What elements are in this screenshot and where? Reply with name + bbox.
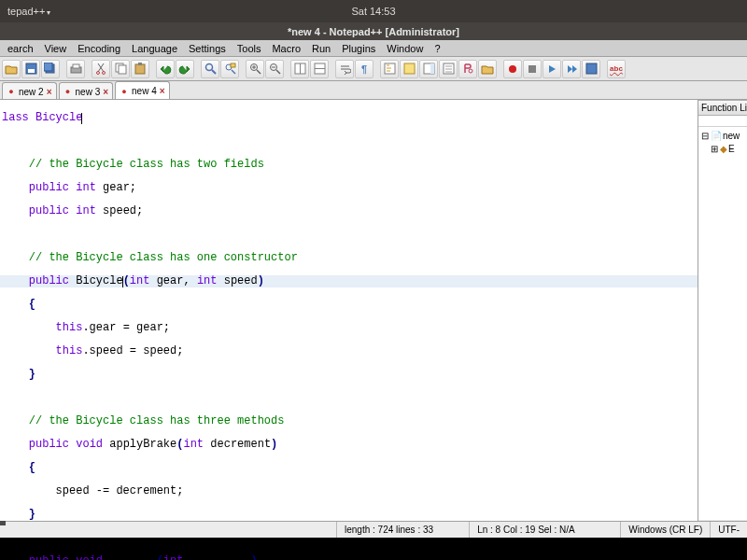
dirty-icon: ● bbox=[63, 87, 73, 96]
clock[interactable]: Sat 14:53 bbox=[251, 6, 495, 17]
menu-settings[interactable]: Settings bbox=[183, 41, 232, 56]
menu-tools[interactable]: Tools bbox=[232, 41, 267, 56]
svg-rect-5 bbox=[73, 64, 79, 68]
svg-point-29 bbox=[469, 69, 472, 73]
menu-search[interactable]: earch bbox=[2, 41, 39, 56]
svg-line-17 bbox=[257, 70, 261, 74]
paste-button[interactable] bbox=[131, 60, 149, 78]
lang-button[interactable] bbox=[400, 60, 418, 78]
menu-help[interactable]: ? bbox=[429, 41, 445, 56]
wrap-button[interactable] bbox=[335, 60, 354, 78]
menu-language[interactable]: Language bbox=[126, 41, 183, 56]
file-icon: 📄 bbox=[711, 131, 722, 141]
record-button[interactable] bbox=[503, 60, 522, 78]
menu-plugins[interactable]: Plugins bbox=[336, 41, 381, 56]
copy-button[interactable] bbox=[111, 60, 130, 78]
plus-icon: ⊞ bbox=[710, 144, 719, 154]
function-tree[interactable]: ⊟📄new ⊞◆E bbox=[698, 127, 747, 520]
status-enc[interactable]: UTF- bbox=[710, 522, 747, 538]
replace-button[interactable] bbox=[220, 60, 239, 78]
tree-child[interactable]: ⊞◆E bbox=[700, 142, 745, 155]
play-button[interactable] bbox=[543, 60, 561, 78]
tree-root[interactable]: ⊟📄new bbox=[700, 129, 745, 142]
svg-rect-9 bbox=[119, 65, 126, 74]
tool-bar: ¶ abc bbox=[0, 57, 747, 81]
class-icon: ◆ bbox=[720, 144, 727, 154]
panel-header[interactable]: Function List bbox=[698, 100, 747, 116]
zoom-in-button[interactable] bbox=[246, 60, 264, 78]
redo-button[interactable] bbox=[176, 60, 194, 78]
menu-bar: earch View Encoding Language Settings To… bbox=[0, 40, 747, 57]
save-all-button[interactable] bbox=[41, 60, 60, 78]
show-all-button[interactable]: ¶ bbox=[355, 60, 374, 78]
find-button[interactable] bbox=[201, 60, 219, 78]
svg-point-6 bbox=[97, 72, 100, 75]
svg-rect-10 bbox=[135, 64, 145, 74]
panel-search[interactable] bbox=[698, 116, 747, 127]
cut-button[interactable] bbox=[92, 60, 110, 78]
spellcheck-button[interactable]: abc bbox=[607, 60, 626, 78]
menu-window[interactable]: Window bbox=[381, 41, 429, 56]
svg-rect-25 bbox=[404, 63, 415, 74]
svg-rect-15 bbox=[231, 63, 235, 67]
menu-run[interactable]: Run bbox=[306, 41, 336, 56]
svg-line-13 bbox=[212, 70, 216, 74]
svg-line-19 bbox=[276, 70, 280, 74]
dirty-icon: ● bbox=[120, 87, 129, 96]
tab-bar: ●new 2× ●new 3× ●new 4× bbox=[0, 81, 747, 100]
svg-rect-31 bbox=[529, 65, 536, 73]
chevron-down-icon: ▾ bbox=[47, 8, 50, 17]
indent-guide-button[interactable] bbox=[380, 60, 399, 78]
sync-v-button[interactable] bbox=[290, 60, 309, 78]
editor[interactable]: lass Bicycle // the Bicycle class has tw… bbox=[0, 100, 698, 521]
print-button[interactable] bbox=[66, 60, 85, 78]
window-title: *new 4 - Notepad++ [Administrator] bbox=[288, 26, 459, 37]
save-macro-button[interactable] bbox=[582, 60, 600, 78]
open-button[interactable] bbox=[2, 60, 21, 78]
svg-rect-27 bbox=[430, 63, 434, 74]
tab-new-4[interactable]: ●new 4× bbox=[115, 81, 170, 99]
sync-h-button[interactable] bbox=[310, 60, 329, 78]
svg-rect-1 bbox=[28, 69, 35, 73]
status-bar: length : 724 lines : 33 Ln : 8 Col : 19 … bbox=[0, 521, 747, 538]
app-menu[interactable]: tepad++▾ bbox=[7, 6, 50, 17]
zoom-out-button[interactable] bbox=[265, 60, 284, 78]
svg-point-7 bbox=[103, 72, 106, 75]
minus-icon: ⊟ bbox=[700, 131, 710, 141]
status-eol[interactable]: Windows (CR LF) bbox=[620, 522, 710, 538]
doc-list-button[interactable] bbox=[439, 60, 458, 78]
tab-new-3[interactable]: ●new 3× bbox=[59, 82, 114, 99]
svg-rect-11 bbox=[138, 63, 142, 65]
menu-view[interactable]: View bbox=[39, 41, 73, 56]
dirty-icon: ● bbox=[7, 87, 16, 96]
gnome-top-bar: tepad++▾ Sat 14:53 bbox=[0, 0, 747, 22]
status-pos: Ln : 8 Col : 19 Sel : N/A bbox=[469, 522, 618, 538]
undo-button[interactable] bbox=[156, 60, 175, 78]
menu-encoding[interactable]: Encoding bbox=[72, 41, 126, 56]
svg-rect-3 bbox=[44, 63, 52, 71]
function-list-panel: Function List ⊟📄new ⊞◆E bbox=[698, 100, 747, 521]
close-icon[interactable]: × bbox=[47, 87, 52, 97]
close-icon[interactable]: × bbox=[103, 87, 108, 97]
tab-new-2[interactable]: ●new 2× bbox=[2, 82, 57, 99]
desktop-area bbox=[0, 521, 6, 525]
close-icon[interactable]: × bbox=[160, 86, 165, 96]
save-button[interactable] bbox=[21, 60, 40, 78]
window-title-bar: *new 4 - Notepad++ [Administrator] bbox=[0, 22, 747, 40]
func-list-button[interactable] bbox=[458, 60, 477, 78]
status-doc: length : 724 lines : 33 bbox=[336, 522, 467, 538]
svg-rect-32 bbox=[586, 63, 597, 74]
stop-button[interactable] bbox=[523, 60, 542, 78]
play-multi-button[interactable] bbox=[562, 60, 581, 78]
svg-point-12 bbox=[205, 64, 212, 71]
svg-point-30 bbox=[509, 65, 516, 73]
doc-map-button[interactable] bbox=[419, 60, 438, 78]
folder-button[interactable] bbox=[478, 60, 497, 78]
menu-macro[interactable]: Macro bbox=[266, 41, 306, 56]
